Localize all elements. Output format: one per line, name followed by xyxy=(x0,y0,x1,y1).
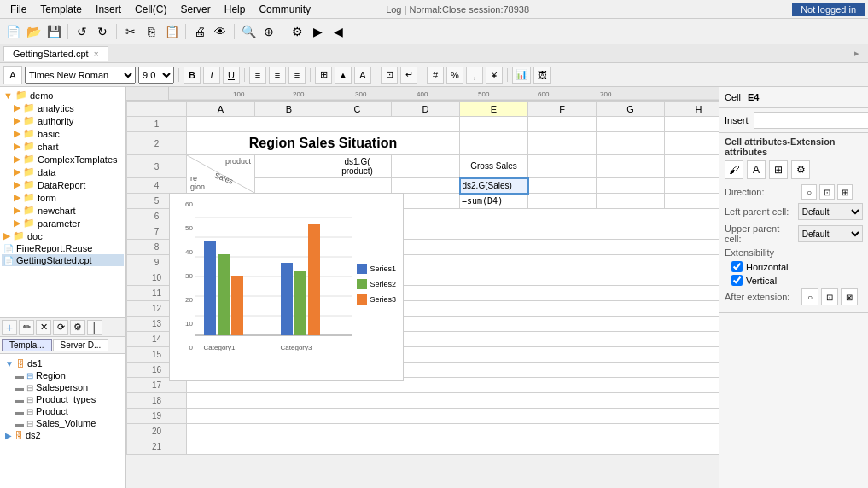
align-left[interactable]: ≡ xyxy=(249,67,266,84)
bold-button[interactable]: B xyxy=(184,67,201,84)
number-format-btn[interactable]: # xyxy=(427,67,444,84)
cell-g4[interactable] xyxy=(597,178,665,194)
panel-settings-btn[interactable]: ⚙ xyxy=(70,320,85,335)
italic-button[interactable]: I xyxy=(203,67,220,84)
tree-parameter[interactable]: ▶ 📁 parameter xyxy=(2,217,124,229)
toolbar-save[interactable]: 💾 xyxy=(44,22,63,41)
menu-insert[interactable]: Insert xyxy=(89,2,128,17)
cell-b4[interactable] xyxy=(255,178,323,194)
menu-template[interactable]: Template xyxy=(33,2,89,17)
panel-refresh-btn[interactable]: ⟳ xyxy=(53,320,68,335)
panel-edit-btn[interactable]: ✏ xyxy=(19,320,34,335)
cell-g5[interactable] xyxy=(597,194,665,209)
direction-icon-h[interactable]: ⊡ xyxy=(819,184,835,200)
menu-server[interactable]: Server xyxy=(173,2,217,17)
tree-doc[interactable]: ▶ 📁 doc xyxy=(2,229,124,242)
cell-h2[interactable] xyxy=(665,132,719,155)
percent-btn[interactable]: % xyxy=(446,67,463,84)
cell-f3[interactable] xyxy=(528,155,597,178)
cell-f1[interactable] xyxy=(528,117,597,132)
tree-finereport-reuse[interactable]: 📄 FineReport.Reuse xyxy=(2,242,124,254)
toolbar-extra2[interactable]: ▶ xyxy=(308,22,327,41)
ds-item-sales-volume[interactable]: ▬ ⊟ Sales_Volume xyxy=(3,417,122,429)
toolbar-find[interactable]: 🔍 xyxy=(239,22,258,41)
panel-add-btn[interactable]: + xyxy=(2,320,17,335)
cell-d3[interactable] xyxy=(392,155,460,178)
cell-g2[interactable] xyxy=(597,132,665,155)
cell-a1[interactable] xyxy=(187,117,460,132)
tree-newchart[interactable]: ▶ 📁 newchart xyxy=(2,204,124,217)
after-icon-keep[interactable]: ⊡ xyxy=(821,288,838,305)
tree-form[interactable]: ▶ 📁 form xyxy=(2,191,124,204)
ds-item-ds2[interactable]: ▶ 🗄 ds2 xyxy=(3,429,122,441)
font-select[interactable]: Times New Roman xyxy=(25,67,136,84)
toolbar-cut[interactable]: ✂ xyxy=(121,22,140,41)
ds-item-salesperson[interactable]: ▬ ⊟ Salesperson xyxy=(3,381,122,393)
panel-delete-btn[interactable]: ✕ xyxy=(36,320,51,335)
after-icon-none[interactable]: ○ xyxy=(801,288,818,305)
bg-color-btn[interactable]: ▲ xyxy=(335,67,352,84)
col-header-f[interactable]: F xyxy=(528,102,597,117)
menu-file[interactable]: File xyxy=(3,2,33,17)
menu-help[interactable]: Help xyxy=(218,2,253,17)
menu-community[interactable]: Community xyxy=(252,2,317,17)
cell-c3[interactable]: ds1.G(product) xyxy=(323,155,392,178)
upper-parent-select[interactable]: Default xyxy=(798,225,863,242)
cell-e4[interactable]: ds2.G(Sales) xyxy=(460,178,528,194)
cell-h1[interactable] xyxy=(665,117,719,132)
toolbar-copy[interactable]: ⎘ xyxy=(142,22,160,41)
tree-gettingstarted[interactable]: 📄 GettingStarted.cpt xyxy=(2,254,124,266)
tree-analytics[interactable]: ▶ 📁 analytics xyxy=(2,102,124,114)
col-header-c[interactable]: C xyxy=(323,102,392,117)
col-header-e[interactable]: E xyxy=(460,102,528,117)
cell-f5[interactable] xyxy=(528,194,597,209)
tab-getting-started[interactable]: GettingStarted.cpt × xyxy=(3,46,108,61)
col-header-h[interactable]: H xyxy=(665,102,719,117)
insert-input[interactable] xyxy=(754,112,868,129)
merge-btn[interactable]: ⊡ xyxy=(381,67,398,84)
cell-a3[interactable]: product region Sales xyxy=(187,155,255,194)
toolbar-zoom[interactable]: ⊕ xyxy=(259,22,278,41)
toolbar-extra3[interactable]: ◀ xyxy=(329,22,347,41)
cell-g1[interactable] xyxy=(597,117,665,132)
vertical-checkbox[interactable] xyxy=(731,275,743,286)
spreadsheet-scroll[interactable]: A B C D E F G H I 1 xyxy=(126,101,719,488)
menu-cell[interactable]: Cell(C) xyxy=(128,2,173,17)
attr-icon-gear[interactable]: ⚙ xyxy=(791,160,810,179)
tab-close[interactable]: × xyxy=(94,49,99,59)
cell-f4[interactable] xyxy=(528,178,597,194)
wrap-btn[interactable]: ↵ xyxy=(400,67,417,84)
chart-insert-btn[interactable]: 📊 xyxy=(512,67,531,84)
toolbar-redo[interactable]: ↻ xyxy=(93,22,112,41)
left-parent-select[interactable]: Default xyxy=(798,203,863,220)
direction-icon-v[interactable]: ⊞ xyxy=(837,184,853,200)
cell-c4[interactable] xyxy=(323,178,392,194)
cell-g3[interactable] xyxy=(597,155,665,178)
col-header-g[interactable]: G xyxy=(597,102,665,117)
cell-e3[interactable]: Gross Sales xyxy=(460,155,528,178)
font-color-btn[interactable]: A xyxy=(354,67,371,84)
cell-e1[interactable] xyxy=(460,117,528,132)
tree-data[interactable]: ▶ 📁 data xyxy=(2,166,124,178)
cell-a2[interactable]: Region Sales Situation xyxy=(187,132,460,155)
direction-icon-none[interactable]: ○ xyxy=(801,184,817,200)
tab-extra-btn[interactable]: ▸ xyxy=(849,46,865,61)
cell-h5[interactable] xyxy=(665,194,719,209)
cell-f2[interactable] xyxy=(528,132,597,155)
tree-chart[interactable]: ▶ 📁 chart xyxy=(2,140,124,153)
panel-tab-template[interactable]: Templa... xyxy=(2,339,52,351)
toolbar-print[interactable]: 🖨 xyxy=(190,22,209,41)
tree-authority[interactable]: ▶ 📁 authority xyxy=(2,114,124,127)
cell-h3[interactable] xyxy=(665,155,719,178)
toolbar-paste[interactable]: 📋 xyxy=(162,22,181,41)
tree-datareport[interactable]: ▶ 📁 DataReport xyxy=(2,178,124,191)
toolbar-extra1[interactable]: ⚙ xyxy=(288,22,306,41)
ds-item-product[interactable]: ▬ ⊟ Product xyxy=(3,405,122,417)
col-header-d[interactable]: D xyxy=(392,102,460,117)
tree-complextemplates[interactable]: ▶ 📁 ComplexTemplates xyxy=(2,153,124,166)
cell-b3[interactable] xyxy=(255,155,323,178)
after-icon-delete[interactable]: ⊠ xyxy=(841,288,858,305)
border-btn[interactable]: ⊞ xyxy=(315,67,332,84)
currency-btn[interactable]: ¥ xyxy=(486,67,503,84)
format-style-btn[interactable]: A xyxy=(3,66,22,84)
